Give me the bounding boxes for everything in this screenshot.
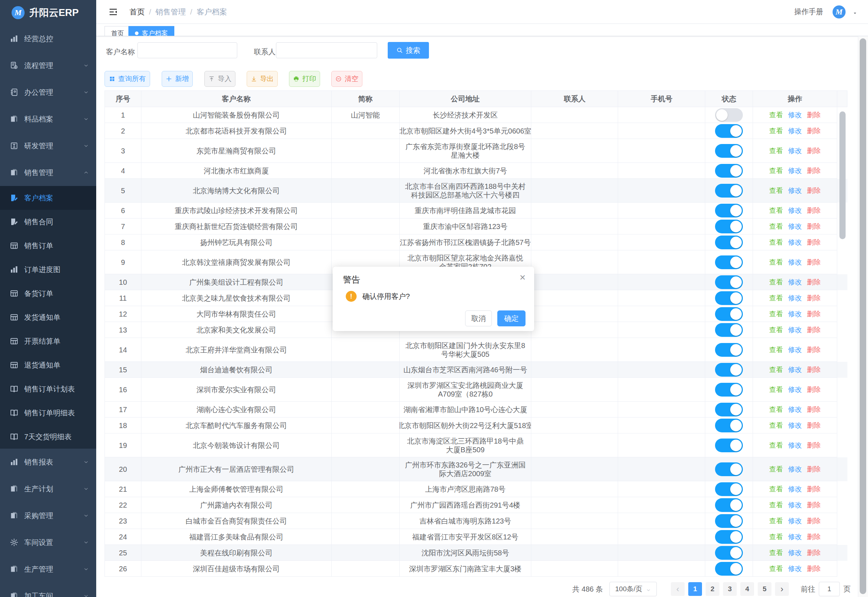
breadcrumb-item[interactable]: 首页: [129, 7, 145, 17]
view-link[interactable]: 查看: [769, 441, 783, 450]
view-link[interactable]: 查看: [769, 405, 783, 414]
delete-link[interactable]: 删除: [807, 532, 821, 542]
sidebar-item-流程管理[interactable]: 流程管理: [0, 52, 96, 79]
edit-link[interactable]: 修改: [788, 293, 802, 303]
delete-link[interactable]: 删除: [807, 238, 821, 247]
status-toggle[interactable]: [715, 383, 743, 397]
status-toggle[interactable]: [715, 291, 743, 305]
delete-link[interactable]: 删除: [807, 186, 821, 195]
delete-link[interactable]: 删除: [807, 126, 821, 136]
sidebar-item-7天交货明细表[interactable]: 7天交货明细表: [0, 425, 96, 448]
edit-link[interactable]: 修改: [788, 238, 802, 247]
edit-link[interactable]: 修改: [788, 516, 802, 526]
manual-link[interactable]: 操作手册: [794, 7, 823, 16]
delete-link[interactable]: 删除: [807, 206, 821, 215]
view-link[interactable]: 查看: [769, 325, 783, 335]
sidebar-item-采购管理[interactable]: 采购管理: [0, 502, 96, 529]
delete-link[interactable]: 删除: [807, 500, 821, 510]
contact-input[interactable]: [276, 42, 377, 58]
sidebar-item-销售报表[interactable]: 销售报表: [0, 448, 96, 475]
status-toggle[interactable]: [715, 323, 743, 337]
edit-link[interactable]: 修改: [788, 532, 802, 542]
edit-link[interactable]: 修改: [788, 345, 802, 355]
delete-link[interactable]: 删除: [807, 166, 821, 175]
sidebar-item-销售订单计划表[interactable]: 销售订单计划表: [0, 377, 96, 401]
status-toggle[interactable]: [715, 204, 743, 217]
sidebar-item-开票结算单[interactable]: 开票结算单: [0, 329, 96, 353]
sidebar-item-备货订单[interactable]: 备货订单: [0, 282, 96, 305]
status-toggle[interactable]: [715, 482, 743, 496]
sidebar-item-销售管理[interactable]: 销售管理: [0, 159, 96, 186]
edit-link[interactable]: 修改: [788, 206, 802, 215]
edit-link[interactable]: 修改: [788, 166, 802, 175]
table-scrollbar[interactable]: [840, 111, 846, 239]
edit-link[interactable]: 修改: [788, 484, 802, 494]
delete-link[interactable]: 删除: [807, 441, 821, 450]
delete-link[interactable]: 删除: [807, 564, 821, 573]
sidebar-item-退货通知单[interactable]: 退货通知单: [0, 353, 96, 377]
add-button[interactable]: 新增: [161, 71, 193, 87]
view-link[interactable]: 查看: [769, 421, 783, 430]
page-button-2[interactable]: 2: [706, 582, 719, 596]
view-link[interactable]: 查看: [769, 309, 783, 319]
view-link[interactable]: 查看: [769, 146, 783, 156]
delete-link[interactable]: 删除: [807, 405, 821, 414]
edit-link[interactable]: 修改: [788, 365, 802, 374]
view-link[interactable]: 查看: [769, 465, 783, 474]
page-scrollbar[interactable]: [860, 39, 866, 594]
close-icon[interactable]: ×: [520, 272, 526, 282]
sidebar-item-订单进度图[interactable]: 订单进度图: [0, 258, 96, 282]
cancel-button[interactable]: 取消: [465, 310, 492, 326]
page-button-5[interactable]: 5: [758, 582, 772, 596]
status-toggle[interactable]: [715, 530, 743, 544]
edit-link[interactable]: 修改: [788, 421, 802, 430]
status-toggle[interactable]: [715, 307, 743, 321]
sidebar-item-销售订单[interactable]: 销售订单: [0, 234, 96, 258]
delete-link[interactable]: 删除: [807, 465, 821, 474]
status-toggle[interactable]: [715, 108, 743, 122]
delete-link[interactable]: 删除: [807, 293, 821, 303]
view-link[interactable]: 查看: [769, 516, 783, 526]
edit-link[interactable]: 修改: [788, 258, 802, 267]
status-toggle[interactable]: [715, 462, 743, 476]
view-link[interactable]: 查看: [769, 126, 783, 136]
view-link[interactable]: 查看: [769, 385, 783, 394]
sidebar-item-发货通知单[interactable]: 发货通知单: [0, 305, 96, 329]
delete-link[interactable]: 删除: [807, 345, 821, 355]
tab-chip-客户档案[interactable]: 客户档案: [128, 26, 174, 36]
sidebar-item-料品档案[interactable]: 料品档案: [0, 105, 96, 132]
sidebar-item-生产计划[interactable]: 生产计划: [0, 475, 96, 502]
collapse-menu-icon[interactable]: [108, 7, 118, 16]
status-toggle[interactable]: [715, 220, 743, 233]
status-toggle[interactable]: [715, 498, 743, 512]
edit-link[interactable]: 修改: [788, 385, 802, 394]
view-link[interactable]: 查看: [769, 222, 783, 231]
edit-link[interactable]: 修改: [788, 278, 802, 287]
status-toggle[interactable]: [715, 514, 743, 528]
status-toggle[interactable]: [715, 164, 743, 178]
user-caret-icon[interactable]: [852, 10, 858, 14]
goto-page-input[interactable]: [819, 582, 840, 596]
view-link[interactable]: 查看: [769, 186, 783, 195]
delete-link[interactable]: 删除: [807, 516, 821, 526]
delete-link[interactable]: 删除: [807, 278, 821, 287]
status-toggle[interactable]: [715, 343, 743, 357]
page-button-3[interactable]: 3: [723, 582, 737, 596]
view-link[interactable]: 查看: [769, 110, 783, 120]
export-button[interactable]: 导出: [247, 71, 278, 87]
tab-chip-首页[interactable]: 首页: [105, 26, 130, 36]
status-toggle[interactable]: [715, 419, 743, 432]
status-toggle[interactable]: [715, 403, 743, 416]
view-link[interactable]: 查看: [769, 206, 783, 215]
next-page-button[interactable]: ›: [775, 582, 789, 596]
status-toggle[interactable]: [715, 275, 743, 289]
status-toggle[interactable]: [715, 124, 743, 138]
edit-link[interactable]: 修改: [788, 146, 802, 156]
status-toggle[interactable]: [715, 255, 743, 269]
delete-link[interactable]: 删除: [807, 385, 821, 394]
page-button-4[interactable]: 4: [740, 582, 754, 596]
prev-page-button[interactable]: ‹: [671, 582, 684, 596]
edit-link[interactable]: 修改: [788, 126, 802, 136]
customer-name-input[interactable]: [138, 42, 237, 58]
sidebar-item-客户档案[interactable]: 客户档案: [0, 186, 96, 210]
